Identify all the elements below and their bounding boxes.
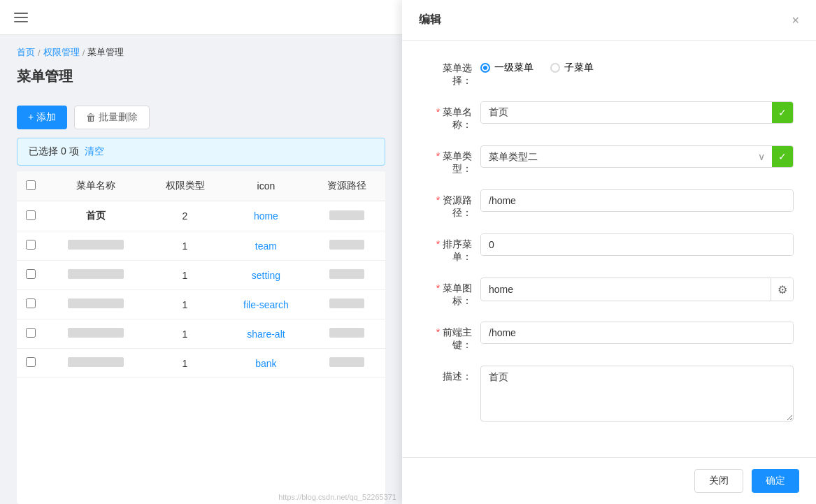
breadcrumb-home[interactable]: 首页 [17, 46, 35, 59]
menu-icon-row: 菜单图标： ⚙ [424, 278, 794, 308]
cell-name [45, 231, 147, 261]
table-row: 1 bank [17, 349, 385, 378]
menu-type-row: 菜单类型： 菜单类型二 菜单类型一 ∨ ✓ [424, 145, 794, 175]
row-checkbox[interactable] [26, 357, 36, 367]
menu-name-row: 菜单名称： ✓ [424, 101, 794, 131]
dialog-confirm-button[interactable]: 确定 [752, 469, 799, 493]
resource-path-input[interactable] [481, 190, 793, 211]
menu-select-row: 菜单选择： 一级菜单 子菜单 [424, 57, 794, 87]
top-bar [0, 0, 402, 35]
cell-resource [309, 349, 385, 378]
frontend-key-row: 前端主键： [424, 322, 794, 352]
cell-resource [309, 319, 385, 349]
radio-first-circle[interactable] [480, 63, 490, 73]
batch-delete-button[interactable]: 🗑 批量删除 [74, 106, 150, 129]
breadcrumb-current: 菜单管理 [87, 46, 124, 59]
sort-input-wrapper [480, 233, 794, 256]
menu-name-input[interactable] [481, 102, 772, 123]
row-checkbox[interactable] [26, 328, 36, 338]
description-row: 描述： 首页 [424, 366, 794, 424]
breadcrumb-sep1: / [38, 48, 41, 58]
table-row: 1 share-alt [17, 319, 385, 349]
menu-table: 菜单名称 权限类型 icon 资源路径 首页 2 home [17, 171, 385, 504]
cell-name [45, 290, 147, 319]
dialog-close-button[interactable]: × [792, 14, 799, 27]
table-row: 首页 2 home [17, 201, 385, 231]
radio-first-menu[interactable]: 一级菜单 [480, 62, 534, 74]
description-label: 描述： [424, 366, 480, 383]
menu-name-input-wrapper: ✓ [480, 101, 794, 124]
menu-type-radio-group: 一级菜单 子菜单 [480, 57, 794, 74]
breadcrumb-permissions[interactable]: 权限管理 [43, 46, 80, 59]
row-checkbox[interactable] [26, 298, 36, 308]
cell-icon: file-search [223, 290, 308, 319]
cell-perm: 2 [147, 201, 223, 231]
cell-name: 首页 [45, 201, 147, 231]
table-row: 1 file-search [17, 290, 385, 319]
frontend-key-input[interactable] [481, 322, 793, 343]
row-checkbox[interactable] [26, 269, 36, 279]
name-valid-icon: ✓ [772, 102, 793, 123]
sort-input[interactable] [481, 234, 793, 255]
trash-icon: 🗑 [86, 112, 96, 123]
hamburger-icon[interactable] [14, 13, 28, 22]
cell-name [45, 349, 147, 378]
batch-delete-label: 批量删除 [99, 111, 138, 124]
resource-path-row: 资源路径： [424, 189, 794, 219]
clear-selection-link[interactable]: 清空 [85, 145, 104, 158]
cell-name [45, 261, 147, 290]
selected-bar: 已选择 0 项 清空 [17, 138, 385, 166]
dialog-title: 编辑 [419, 13, 441, 27]
cell-resource [309, 290, 385, 319]
edit-dialog: 编辑 × 菜单选择： 一级菜单 子菜单 菜单名称： [402, 0, 816, 504]
cell-icon: share-alt [223, 319, 308, 349]
resource-path-control [480, 189, 794, 212]
menu-select-label: 菜单选择： [424, 57, 480, 87]
menu-type-select[interactable]: 菜单类型二 菜单类型一 [481, 146, 751, 167]
cell-icon: setting [223, 261, 308, 290]
watermark: https://blog.csdn.net/qq_52265371 [278, 493, 396, 501]
dialog-footer: 关闭 确定 [402, 457, 816, 504]
cell-resource [309, 231, 385, 261]
dialog-close-footer-button[interactable]: 关闭 [694, 469, 743, 493]
menu-icon-input[interactable] [481, 279, 771, 300]
table-row: 1 setting [17, 261, 385, 290]
row-checkbox[interactable] [26, 210, 36, 220]
menu-type-control: 菜单类型二 菜单类型一 ∨ ✓ [480, 145, 794, 168]
col-header-resource: 资源路径 [309, 171, 385, 201]
frontend-key-control [480, 322, 794, 344]
menu-name-label: 菜单名称： [424, 101, 480, 131]
type-valid-icon: ✓ [772, 146, 793, 167]
select-arrow-icon: ∨ [751, 151, 772, 162]
cell-perm: 1 [147, 349, 223, 378]
radio-sub-circle[interactable] [550, 63, 560, 73]
cell-icon: team [223, 231, 308, 261]
type-checkmark-icon: ✓ [778, 151, 787, 162]
page-title: 菜单管理 [0, 64, 402, 97]
resource-path-label: 资源路径： [424, 189, 480, 219]
frontend-key-label: 前端主键： [424, 322, 480, 352]
table-header-checkbox[interactable] [17, 171, 45, 201]
sort-label: 排序菜单： [424, 233, 480, 264]
cell-resource [309, 201, 385, 231]
radio-sub-menu[interactable]: 子菜单 [550, 62, 594, 74]
menu-type-label: 菜单类型： [424, 145, 480, 175]
description-textarea[interactable]: 首页 [480, 366, 794, 422]
menu-icon-input-wrapper: ⚙ [480, 278, 794, 301]
col-header-name: 菜单名称 [45, 171, 147, 201]
menu-type-select-wrapper: 菜单类型二 菜单类型一 ∨ ✓ [480, 145, 794, 168]
checkmark-icon: ✓ [778, 107, 787, 118]
dialog-header: 编辑 × [402, 0, 816, 41]
cell-perm: 1 [147, 231, 223, 261]
col-header-icon: icon [223, 171, 308, 201]
selected-count-text: 已选择 0 项 [29, 145, 79, 158]
icon-picker-button[interactable]: ⚙ [771, 278, 793, 301]
radio-first-label: 一级菜单 [494, 62, 534, 74]
select-all-checkbox[interactable] [26, 180, 36, 190]
dialog-body: 菜单选择： 一级菜单 子菜单 菜单名称： ✓ [402, 41, 816, 457]
cell-icon: bank [223, 349, 308, 378]
row-checkbox[interactable] [26, 240, 36, 250]
add-button[interactable]: + 添加 [17, 106, 67, 129]
col-header-perm: 权限类型 [147, 171, 223, 201]
frontend-key-input-wrapper [480, 322, 794, 344]
